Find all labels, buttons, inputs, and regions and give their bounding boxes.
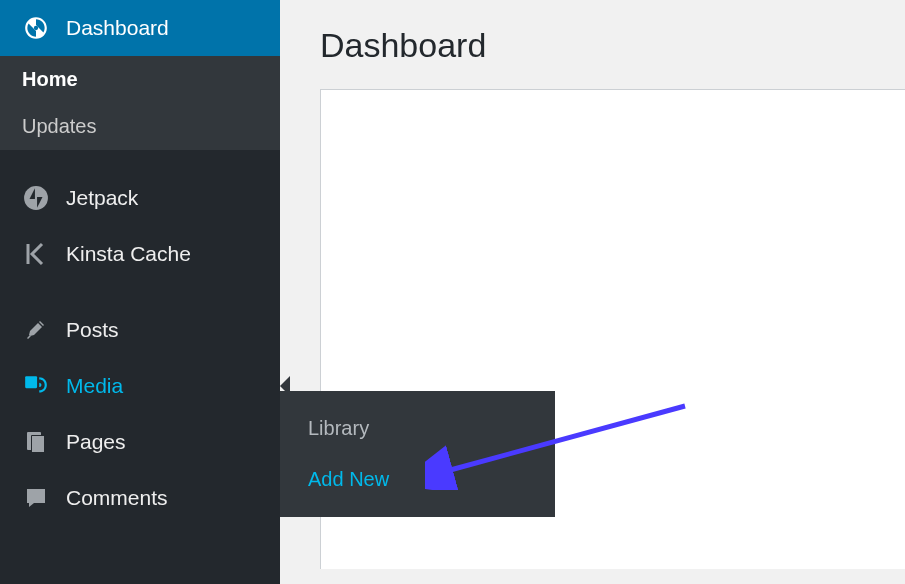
media-flyout-menu: Library Add New (280, 391, 555, 517)
sidebar-item-kinsta-cache[interactable]: Kinsta Cache (0, 226, 280, 282)
page-title: Dashboard (280, 0, 905, 89)
svg-rect-2 (25, 376, 37, 388)
dashboard-icon (22, 14, 50, 42)
submenu-item-home[interactable]: Home (0, 56, 280, 103)
sidebar-item-label: Jetpack (66, 186, 138, 210)
sidebar-item-label: Dashboard (66, 16, 169, 40)
sidebar-item-label: Comments (66, 486, 168, 510)
sidebar-item-label: Media (66, 374, 123, 398)
sidebar-item-label: Kinsta Cache (66, 242, 191, 266)
svg-rect-5 (32, 436, 44, 452)
sidebar-item-label: Pages (66, 430, 126, 454)
divider (0, 150, 280, 170)
pin-icon (22, 316, 50, 344)
svg-point-1 (24, 186, 48, 210)
sidebar-item-posts[interactable]: Posts (0, 302, 280, 358)
sidebar-item-label: Posts (66, 318, 119, 342)
sidebar-item-dashboard[interactable]: Dashboard (0, 0, 280, 56)
sidebar-item-comments[interactable]: Comments (0, 470, 280, 526)
sidebar-item-pages[interactable]: Pages (0, 414, 280, 470)
sidebar-item-media[interactable]: Media (0, 358, 280, 414)
sidebar-item-jetpack[interactable]: Jetpack (0, 170, 280, 226)
flyout-item-library[interactable]: Library (280, 403, 555, 454)
divider (0, 282, 280, 302)
media-icon (22, 372, 50, 400)
flyout-item-add-new[interactable]: Add New (280, 454, 555, 505)
admin-sidebar: Dashboard Home Updates Jetpack Kinsta Ca… (0, 0, 280, 584)
dashboard-submenu: Home Updates (0, 56, 280, 150)
kinsta-icon (22, 240, 50, 268)
pages-icon (22, 428, 50, 456)
svg-point-0 (34, 26, 38, 30)
comments-icon (22, 484, 50, 512)
submenu-item-updates[interactable]: Updates (0, 103, 280, 150)
jetpack-icon (22, 184, 50, 212)
